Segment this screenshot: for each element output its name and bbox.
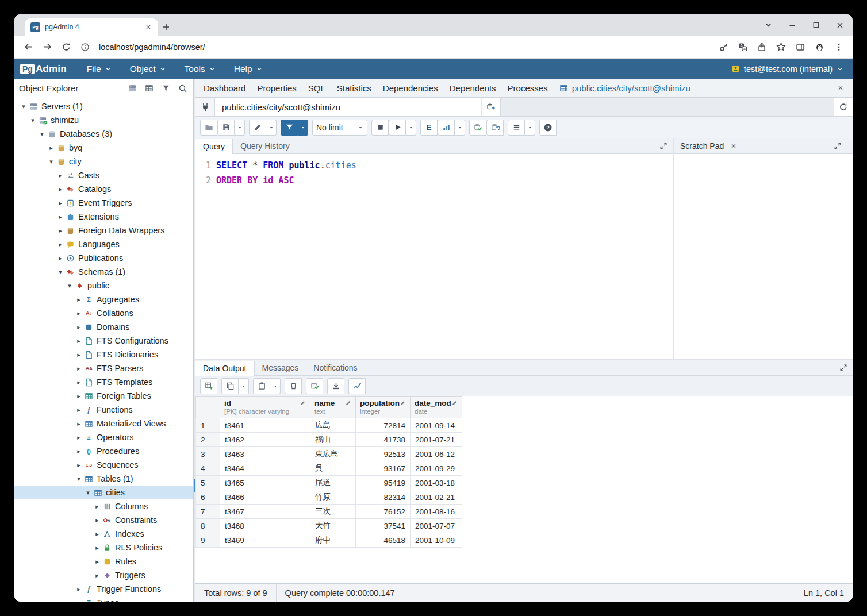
scratchpad-close-icon[interactable] xyxy=(730,142,738,150)
tab-close-icon[interactable] xyxy=(144,23,152,31)
menu-file[interactable]: File xyxy=(79,59,119,79)
tree-item-constraints[interactable]: ▸Constraints xyxy=(14,513,193,527)
cancel-query-button[interactable] xyxy=(371,120,389,136)
tree-item-operators[interactable]: ▸±Operators xyxy=(14,430,193,444)
chevron-right-icon[interactable]: ▸ xyxy=(74,586,83,592)
tree-item-shimizu[interactable]: ▾shimizu xyxy=(14,113,193,127)
explain-analyze-button[interactable] xyxy=(438,120,455,136)
chevron-right-icon[interactable]: ▸ xyxy=(93,517,102,523)
layout-icon[interactable] xyxy=(145,84,154,93)
profile-penguin-icon[interactable] xyxy=(815,42,824,52)
cell-id[interactable]: t3465 xyxy=(220,476,310,490)
cell-name[interactable]: 竹原 xyxy=(310,490,356,505)
cell-id[interactable]: t3469 xyxy=(220,533,310,548)
chevron-down-icon[interactable]: ▾ xyxy=(74,476,83,482)
tree-item-city[interactable]: ▾city xyxy=(14,155,193,168)
output-expand-icon[interactable] xyxy=(839,364,853,372)
macros-button[interactable] xyxy=(508,120,525,136)
copy-button[interactable] xyxy=(221,378,239,394)
tree-item-triggers[interactable]: ▸Triggers xyxy=(14,568,193,582)
address-bar[interactable]: localhost/pgadmin4/browser/ xyxy=(99,43,710,52)
row-number-cell[interactable]: 2 xyxy=(196,433,220,447)
tree-item-sequences[interactable]: ▸1.3Sequences xyxy=(14,458,193,472)
new-connection-button[interactable] xyxy=(481,98,501,116)
chevron-down-icon[interactable]: ▾ xyxy=(65,283,74,289)
chevron-down-icon[interactable]: ▾ xyxy=(83,490,93,496)
sql-code[interactable]: SELECT * FROM public.citiesORDER BY id A… xyxy=(216,158,356,359)
cell-id[interactable]: t3466 xyxy=(220,490,310,505)
tree-item-rules[interactable]: ▸Rules xyxy=(14,555,193,568)
column-header-id[interactable]: id[PK] character varying xyxy=(220,397,310,418)
edit-column-icon[interactable] xyxy=(345,400,351,406)
cell-population[interactable]: 92513 xyxy=(356,447,411,461)
chevron-right-icon[interactable]: ▸ xyxy=(93,545,102,551)
cell-date-mod[interactable]: 2001-07-21 xyxy=(410,433,462,447)
save-file-button[interactable] xyxy=(217,120,235,136)
copy-menu-button[interactable] xyxy=(239,378,249,394)
delete-row-button[interactable] xyxy=(285,378,302,394)
cell-id[interactable]: t3463 xyxy=(220,447,310,461)
cell-date-mod[interactable]: 2001-08-16 xyxy=(410,505,462,519)
row-number-cell[interactable]: 7 xyxy=(196,505,220,519)
tree-item-aggregates[interactable]: ▸ΣAggregates xyxy=(14,292,193,306)
cell-date-mod[interactable]: 2001-09-14 xyxy=(410,418,462,433)
browser-tab[interactable]: Pg pgAdmin 4 xyxy=(25,18,158,36)
row-number-header[interactable] xyxy=(196,397,220,418)
filter-menu-button[interactable] xyxy=(298,120,308,136)
chevron-right-icon[interactable]: ▸ xyxy=(56,200,65,206)
tree-item-domains[interactable]: ▸Domains xyxy=(14,320,193,334)
bookmark-star-icon[interactable] xyxy=(776,42,786,52)
filter-icon[interactable] xyxy=(162,84,170,93)
chevron-down-icon[interactable]: ▾ xyxy=(28,117,37,124)
tree-item-public[interactable]: ▾public xyxy=(14,279,193,292)
tree-item-foreign-tables[interactable]: ▸Foreign Tables xyxy=(14,389,193,403)
tree-item-schemas-1[interactable]: ▾Schemas (1) xyxy=(14,265,193,279)
tree-item-functions[interactable]: ▸ƒFunctions xyxy=(14,403,193,417)
row-number-cell[interactable]: 5 xyxy=(196,476,220,490)
chevron-right-icon[interactable]: ▸ xyxy=(74,379,83,386)
chevron-right-icon[interactable]: ▸ xyxy=(74,352,83,358)
connection-display[interactable]: public.cities/city/scott@shimizu xyxy=(215,98,481,116)
cell-date-mod[interactable]: 2001-03-18 xyxy=(410,476,462,490)
tab-dependencies[interactable]: Dependencies xyxy=(377,79,444,97)
chevron-right-icon[interactable]: ▸ xyxy=(74,448,83,455)
chevron-down-icon[interactable]: ▾ xyxy=(56,269,65,275)
password-key-icon[interactable] xyxy=(719,43,728,52)
scratchpad-editor[interactable] xyxy=(674,154,853,359)
chevron-right-icon[interactable]: ▸ xyxy=(74,297,83,303)
tree-item-byq[interactable]: ▸byq xyxy=(14,141,193,155)
chevron-right-icon[interactable]: ▸ xyxy=(74,338,83,344)
row-number-cell[interactable]: 9 xyxy=(196,533,220,548)
row-number-cell[interactable]: 1 xyxy=(196,418,220,433)
chevron-right-icon[interactable]: ▸ xyxy=(74,462,83,468)
row-number-cell[interactable]: 4 xyxy=(196,461,220,476)
tree-item-event-triggers[interactable]: ▸Event Triggers xyxy=(14,196,193,210)
tree-item-publications[interactable]: ▸Publications xyxy=(14,251,193,265)
edit-button[interactable] xyxy=(249,120,266,136)
sql-editor[interactable]: 12 SELECT * FROM public.citiesORDER BY i… xyxy=(195,154,673,359)
maximize-icon[interactable] xyxy=(812,21,820,29)
chevron-right-icon[interactable]: ▸ xyxy=(93,503,102,510)
tab-dashboard[interactable]: Dashboard xyxy=(198,79,251,97)
open-file-button[interactable] xyxy=(200,120,217,136)
chevron-right-icon[interactable]: ▸ xyxy=(74,600,83,602)
chevron-right-icon[interactable]: ▸ xyxy=(56,241,65,248)
cell-id[interactable]: t3462 xyxy=(220,433,310,447)
save-data-changes-button[interactable] xyxy=(306,378,323,394)
row-number-cell[interactable]: 3 xyxy=(196,447,220,461)
menu-object[interactable]: Object xyxy=(122,59,174,79)
chevron-right-icon[interactable]: ▸ xyxy=(47,145,56,151)
cell-date-mod[interactable]: 2001-07-07 xyxy=(410,519,462,533)
panel-close-icon[interactable] xyxy=(831,84,850,92)
row-number-cell[interactable]: 8 xyxy=(196,519,220,533)
execute-query-button[interactable] xyxy=(389,120,406,136)
cell-name[interactable]: 府中 xyxy=(310,533,356,548)
tree-item-indexes[interactable]: ▸Indexes xyxy=(14,527,193,541)
cell-population[interactable]: 41738 xyxy=(356,433,411,447)
paste-button[interactable] xyxy=(253,378,270,394)
save-file-menu-button[interactable] xyxy=(235,120,245,136)
cell-id[interactable]: t3468 xyxy=(220,519,310,533)
chevron-right-icon[interactable]: ▸ xyxy=(56,228,65,234)
tab-query-history[interactable]: Query History xyxy=(233,138,297,153)
tree-item-servers-1[interactable]: ▾Servers (1) xyxy=(14,99,193,113)
